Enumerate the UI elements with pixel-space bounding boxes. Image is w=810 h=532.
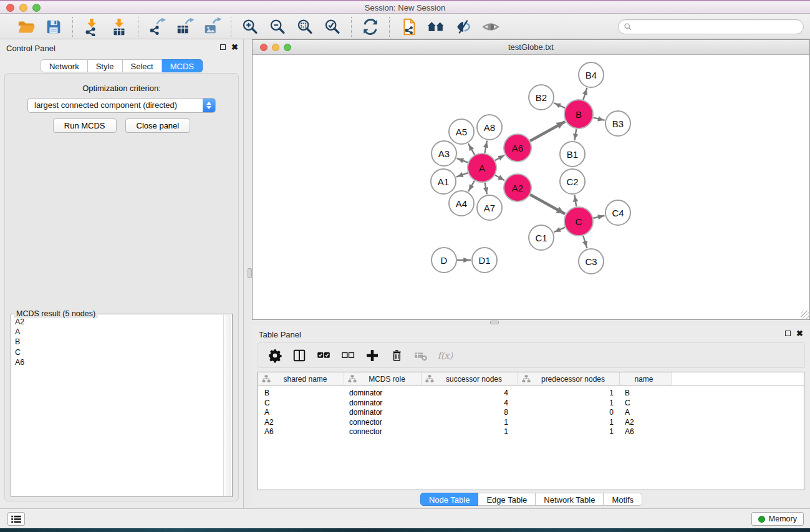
zoom-in-button[interactable] <box>240 17 260 37</box>
table-cell[interactable]: A6 <box>620 427 672 437</box>
table-cell-filler <box>672 389 804 399</box>
table-row[interactable]: Cdominator41C <box>258 399 804 409</box>
column-header-name[interactable]: name <box>620 372 672 386</box>
table-row[interactable]: A2connector11A2 <box>258 418 804 428</box>
mcds-result-item[interactable]: C <box>12 347 223 357</box>
table-body[interactable]: Bdominator41BCdominator41CAdominator80AA… <box>258 386 804 437</box>
export-table-button[interactable] <box>175 17 195 37</box>
zoom-out-button[interactable] <box>268 17 287 37</box>
table-row[interactable]: Adominator80A <box>258 408 804 418</box>
open-folder-button[interactable] <box>16 17 36 37</box>
optimization-criterion-select[interactable]: largest connected component (directed) <box>27 98 216 113</box>
tab-motifs[interactable]: Motifs <box>604 493 642 506</box>
table-cell[interactable]: dominator <box>344 389 422 399</box>
table-cell[interactable]: C <box>258 399 344 409</box>
table-row[interactable]: Bdominator41B <box>258 389 804 399</box>
close-table-panel-icon[interactable]: ✖ <box>796 330 803 337</box>
search-icon <box>624 22 632 31</box>
import-table-button[interactable] <box>109 17 129 37</box>
hide-graphics-details-button[interactable] <box>453 17 473 37</box>
column-header-predecessor-nodes[interactable]: predecessor nodes <box>518 372 620 386</box>
table-cell[interactable]: dominator <box>344 408 422 418</box>
table-cell[interactable]: A2 <box>258 418 344 428</box>
table-cell-filler <box>672 418 804 428</box>
table-cell[interactable]: A <box>620 408 672 418</box>
table-cell[interactable]: 8 <box>422 408 518 418</box>
resize-grip[interactable] <box>801 311 809 319</box>
mcds-result-scrollbar[interactable] <box>223 315 231 496</box>
column-header-successor-nodes[interactable]: successor nodes <box>422 372 518 386</box>
import-network-button[interactable] <box>82 17 102 37</box>
table-cell[interactable]: 1 <box>518 427 620 437</box>
tab-network-table[interactable]: Network Table <box>536 493 604 506</box>
table-cell[interactable]: 4 <box>422 389 518 399</box>
table-header-row[interactable]: shared nameMCDS rolesuccessor nodesprede… <box>258 372 804 386</box>
add-row-icon <box>365 348 380 363</box>
delete-row-button[interactable] <box>388 347 405 364</box>
control-panel: Control Panel ✖ NetworkStyleSelectMCDS O… <box>0 39 244 508</box>
gear-button[interactable] <box>267 347 283 364</box>
arrowhead-icon <box>582 89 587 95</box>
table-cell[interactable]: connector <box>344 418 422 428</box>
table-cell[interactable]: B <box>620 389 672 399</box>
node-table: shared nameMCDS rolesuccessor nodesprede… <box>258 372 804 490</box>
network-window-titlebar[interactable]: testGlobe.txt <box>253 40 809 55</box>
column-header-shared-name[interactable]: shared name <box>258 372 344 386</box>
table-cell[interactable]: 1 <box>518 399 620 409</box>
tab-network[interactable]: Network <box>41 59 88 72</box>
search-box[interactable] <box>618 19 804 34</box>
tab-node-table[interactable]: Node Table <box>420 493 479 506</box>
task-history-button[interactable] <box>7 512 25 526</box>
memory-button[interactable]: Memory <box>751 512 804 526</box>
column-header-mcds-role[interactable]: MCDS role <box>344 372 422 386</box>
table-row[interactable]: A6connector11A6 <box>258 427 804 437</box>
close-panel-icon[interactable]: ✖ <box>231 44 238 51</box>
network-canvas[interactable]: B4B2BB3A8A5A6A3B1AA1C2A2A4A7C4CC1C3DD1 <box>253 55 809 319</box>
search-input[interactable] <box>632 21 803 33</box>
mcds-result-item[interactable]: B <box>12 337 223 347</box>
table-cell[interactable]: A2 <box>620 418 672 428</box>
show-graphics-details-button[interactable] <box>481 17 501 37</box>
table-cell[interactable]: connector <box>344 427 422 437</box>
table-cell[interactable]: 0 <box>518 408 620 418</box>
save-button[interactable] <box>44 17 64 37</box>
table-cell[interactable]: A <box>258 408 344 418</box>
table-cell[interactable]: B <box>258 389 344 399</box>
tab-mcds[interactable]: MCDS <box>162 59 203 72</box>
mcds-result-item[interactable]: A6 <box>12 357 223 367</box>
home-overview-button[interactable] <box>426 17 446 37</box>
horizontal-divider-handle[interactable] <box>490 321 499 324</box>
app-titlebar: Session: New Session <box>0 0 810 14</box>
zoom-selected-button[interactable] <box>322 17 342 37</box>
add-row-button[interactable] <box>364 347 380 364</box>
table-cell[interactable]: 1 <box>518 389 620 399</box>
mcds-result-item[interactable]: A <box>12 327 223 337</box>
table-cell[interactable]: 1 <box>422 418 518 428</box>
export-network-button[interactable] <box>147 17 167 37</box>
run-mcds-button[interactable]: Run MCDS <box>53 118 117 133</box>
export-image-button[interactable] <box>202 17 222 37</box>
mcds-result-item[interactable]: A2 <box>12 317 223 327</box>
arrowhead-icon <box>457 172 463 177</box>
table-cell[interactable]: A6 <box>258 427 344 437</box>
tab-select[interactable]: Select <box>123 59 162 72</box>
table-cell[interactable]: 1 <box>518 418 620 428</box>
split-columns-button[interactable] <box>291 347 307 364</box>
table-cell[interactable]: dominator <box>344 399 422 409</box>
refresh-button[interactable] <box>360 17 380 37</box>
tab-edge-table[interactable]: Edge Table <box>478 493 536 506</box>
vertical-divider-handle[interactable] <box>248 268 252 278</box>
table-cell[interactable]: 1 <box>422 427 518 437</box>
close-panel-button[interactable]: Close panel <box>125 118 191 133</box>
float-table-panel-icon[interactable] <box>785 331 791 336</box>
select-all-button[interactable] <box>316 347 332 364</box>
tab-style[interactable]: Style <box>88 59 123 72</box>
float-panel-icon[interactable] <box>220 44 226 50</box>
zoom-fit-button[interactable] <box>295 17 315 37</box>
table-cell[interactable]: C <box>620 399 672 409</box>
table-cell[interactable]: 4 <box>422 399 518 409</box>
deselect-all-button[interactable] <box>340 347 356 364</box>
select-stepper-icon[interactable] <box>203 99 215 112</box>
mcds-result-list[interactable]: A2ABCA6 <box>12 317 223 496</box>
new-network-document-button[interactable] <box>398 17 418 37</box>
